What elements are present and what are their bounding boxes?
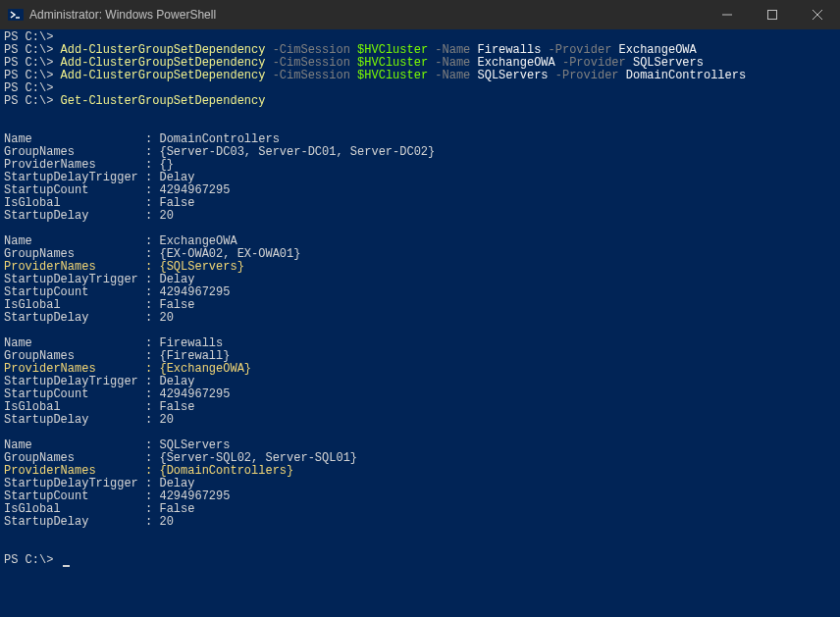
maximize-button[interactable] <box>750 0 795 29</box>
close-button[interactable] <box>795 0 840 29</box>
svg-rect-3 <box>768 11 777 20</box>
terminal-output[interactable]: PS C:\> PS C:\> Add-ClusterGroupSetDepen… <box>0 29 840 617</box>
powershell-icon <box>8 7 24 23</box>
minimize-button[interactable] <box>705 0 750 29</box>
cursor <box>63 565 70 567</box>
window-title: Administrator: Windows PowerShell <box>29 8 705 22</box>
titlebar: Administrator: Windows PowerShell <box>0 0 840 29</box>
